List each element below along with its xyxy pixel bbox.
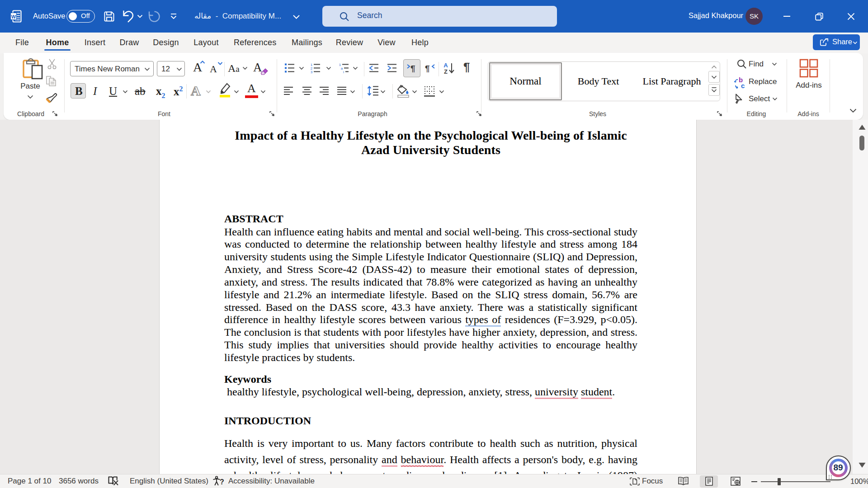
svg-text:?: ? [220, 478, 224, 486]
svg-text:W: W [11, 14, 16, 19]
svg-text:i: i [343, 70, 344, 73]
svg-text:3: 3 [311, 70, 313, 73]
svg-text:a: a [341, 66, 343, 70]
svg-text:¶: ¶ [410, 64, 415, 73]
svg-text:c: c [741, 82, 745, 89]
svg-text:Z: Z [444, 68, 448, 74]
svg-text:¶: ¶ [425, 64, 430, 73]
svg-text:A: A [443, 62, 448, 69]
